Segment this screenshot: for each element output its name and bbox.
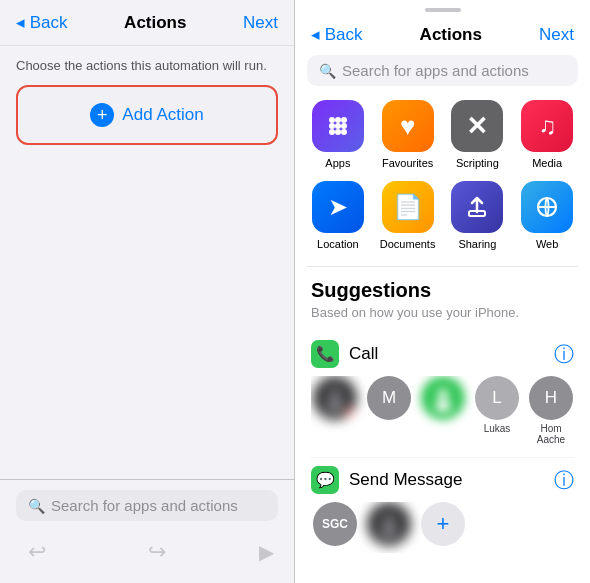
right-nav-bar: ◂ Back Actions Next xyxy=(295,16,590,55)
svg-point-8 xyxy=(341,129,347,135)
svg-point-3 xyxy=(329,123,335,129)
add-contact-icon: + xyxy=(421,502,465,546)
contact-avatar-5: H xyxy=(529,376,573,420)
right-search-placeholder: Search for apps and actions xyxy=(342,62,529,79)
location-icon: ➤ xyxy=(312,181,364,233)
search-icon: 🔍 xyxy=(28,498,45,514)
msg-avatar-2 xyxy=(367,502,411,546)
left-next-button[interactable]: Next xyxy=(243,13,278,33)
suggestion-message-header: 💬 Send Message ⓘ xyxy=(311,466,574,494)
right-search-bar[interactable]: 🔍 Search for apps and actions xyxy=(307,55,578,86)
redo-icon[interactable]: ↪ xyxy=(140,535,174,569)
call-info-icon[interactable]: ⓘ xyxy=(554,341,574,368)
svg-point-12 xyxy=(327,400,343,412)
svg-point-7 xyxy=(335,129,341,135)
contact-5[interactable]: H Hom Aache xyxy=(529,376,573,445)
category-favourites[interactable]: ♥ Favourites xyxy=(377,100,439,169)
undo-icon[interactable]: ↩ xyxy=(20,535,54,569)
contact-name-4: Lukas xyxy=(484,423,511,434)
svg-point-1 xyxy=(335,117,341,123)
suggestions-section: Suggestions Based on how you use your iP… xyxy=(295,267,590,569)
suggestion-call: 📞 Call ⓘ M xyxy=(311,332,574,458)
web-icon xyxy=(521,181,573,233)
add-action-plus-icon: + xyxy=(90,103,114,127)
contact-4[interactable]: L Lukas xyxy=(475,376,519,445)
category-sharing[interactable]: Sharing xyxy=(447,181,509,250)
send-message-label: Send Message xyxy=(349,470,462,490)
suggestion-message-left: 💬 Send Message xyxy=(311,466,462,494)
scripting-label: Scripting xyxy=(456,157,499,169)
documents-icon: 📄 xyxy=(382,181,434,233)
svg-point-13 xyxy=(438,389,448,399)
category-media[interactable]: ♫ Media xyxy=(516,100,578,169)
svg-point-11 xyxy=(330,389,340,399)
web-label: Web xyxy=(536,238,558,250)
suggestions-title: Suggestions xyxy=(311,279,574,302)
contact-name-5: Hom Aache xyxy=(529,423,573,445)
suggestion-call-header: 📞 Call ⓘ xyxy=(311,340,574,368)
right-panel: ◂ Back Actions Next 🔍 Search for apps an… xyxy=(295,0,590,583)
favourites-label: Favourites xyxy=(382,157,433,169)
message-app-icon: 💬 xyxy=(311,466,339,494)
svg-point-5 xyxy=(341,123,347,129)
documents-label: Documents xyxy=(380,238,436,250)
left-subtitle: Choose the actions this automation will … xyxy=(0,46,294,81)
left-search-bar[interactable]: 🔍 Search for apps and actions xyxy=(16,490,278,521)
left-back-button[interactable]: ◂ Back xyxy=(16,12,68,33)
left-title: Actions xyxy=(124,13,186,33)
suggestion-send-message: 💬 Send Message ⓘ SGC + xyxy=(311,458,574,561)
media-icon: ♫ xyxy=(521,100,573,152)
message-contacts-row: SGC + xyxy=(311,502,574,553)
call-app-icon: 📞 xyxy=(311,340,339,368)
svg-point-15 xyxy=(384,515,394,525)
contact-avatar-4: L xyxy=(475,376,519,420)
contact-avatar-2: M xyxy=(367,376,411,420)
message-info-icon[interactable]: ⓘ xyxy=(554,467,574,494)
contact-3[interactable] xyxy=(421,376,465,445)
sharing-label: Sharing xyxy=(458,238,496,250)
left-bottom-bar: 🔍 Search for apps and actions ↩ ↪ ▶ xyxy=(0,479,294,583)
left-panel: ◂ Back Actions Next Choose the actions t… xyxy=(0,0,295,583)
right-search-icon: 🔍 xyxy=(319,63,336,79)
location-label: Location xyxy=(317,238,359,250)
svg-point-4 xyxy=(335,123,341,129)
svg-point-16 xyxy=(381,526,397,538)
msg-add-contact[interactable]: + xyxy=(421,502,465,549)
category-documents[interactable]: 📄 Documents xyxy=(377,181,439,250)
sharing-icon xyxy=(451,181,503,233)
apps-icon xyxy=(312,100,364,152)
svg-point-6 xyxy=(329,129,335,135)
msg-contact-1[interactable]: SGC xyxy=(313,502,357,549)
left-content-area xyxy=(0,161,294,479)
svg-point-2 xyxy=(341,117,347,123)
right-back-button[interactable]: ◂ Back xyxy=(311,24,363,45)
msg-contact-2[interactable] xyxy=(367,502,411,549)
suggestions-subtitle: Based on how you use your iPhone. xyxy=(311,305,574,320)
play-icon[interactable]: ▶ xyxy=(259,540,274,564)
left-search-placeholder: Search for apps and actions xyxy=(51,497,238,514)
svg-point-0 xyxy=(329,117,335,123)
svg-point-14 xyxy=(435,400,451,412)
add-action-button[interactable]: + Add Action xyxy=(16,85,278,145)
call-contacts-row: M L Lukas H Hom Aache xyxy=(311,376,574,449)
favourites-icon: ♥ xyxy=(382,100,434,152)
drag-handle xyxy=(425,8,461,12)
media-label: Media xyxy=(532,157,562,169)
left-toolbar: ↩ ↪ ▶ xyxy=(16,531,278,573)
suggestion-call-left: 📞 Call xyxy=(311,340,378,368)
apps-label: Apps xyxy=(325,157,350,169)
category-apps[interactable]: Apps xyxy=(307,100,369,169)
msg-avatar-1: SGC xyxy=(313,502,357,546)
category-web[interactable]: Web xyxy=(516,181,578,250)
call-label: Call xyxy=(349,344,378,364)
categories-grid: Apps ♥ Favourites ✕ Scripting ♫ Media ➤ xyxy=(295,100,590,266)
contact-avatar-3 xyxy=(421,376,465,420)
category-scripting[interactable]: ✕ Scripting xyxy=(447,100,509,169)
add-action-label: Add Action xyxy=(122,105,203,125)
contact-1[interactable] xyxy=(313,376,357,445)
right-next-button[interactable]: Next xyxy=(539,25,574,45)
category-location[interactable]: ➤ Location xyxy=(307,181,369,250)
contact-2[interactable]: M xyxy=(367,376,411,445)
left-nav-bar: ◂ Back Actions Next xyxy=(0,0,294,46)
right-title: Actions xyxy=(420,25,482,45)
